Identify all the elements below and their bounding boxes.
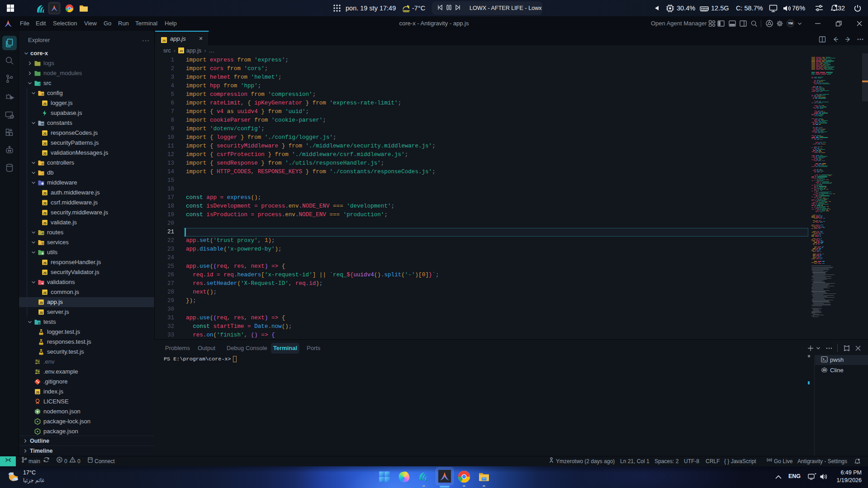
- svg-text:JS: JS: [43, 261, 47, 265]
- svg-text:JS: JS: [39, 311, 43, 314]
- svg-text:JS: JS: [43, 291, 47, 294]
- svg-text:JS: JS: [43, 142, 47, 145]
- svg-text:JS: JS: [36, 391, 40, 394]
- svg-text:<>: <>: [39, 82, 42, 86]
- svg-text:JS: JS: [43, 192, 47, 195]
- svg-text:JS: JS: [43, 102, 47, 105]
- svg-text:JS: JS: [43, 132, 47, 135]
- svg-text:JS: JS: [39, 301, 43, 304]
- svg-text:JS: JS: [43, 212, 47, 215]
- svg-text:JS: JS: [43, 271, 47, 275]
- svg-text:JS: JS: [162, 39, 166, 42]
- svg-text:JS: JS: [43, 152, 47, 155]
- svg-text:JS: JS: [180, 50, 183, 52]
- svg-text:JS: JS: [43, 222, 47, 225]
- svg-text:JS: JS: [43, 202, 47, 205]
